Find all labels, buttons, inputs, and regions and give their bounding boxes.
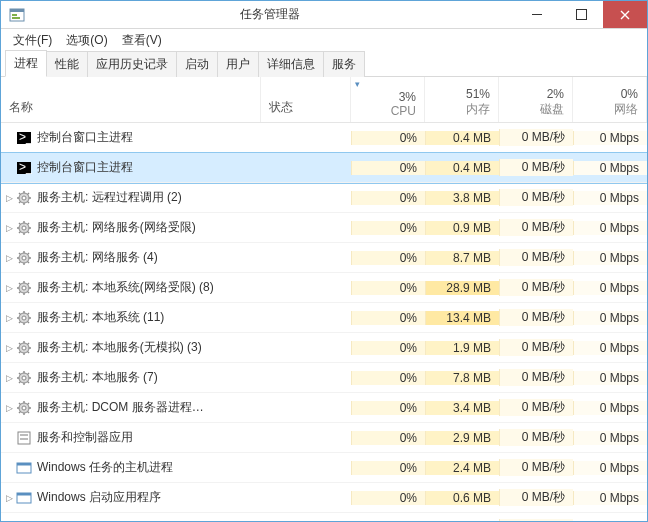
svg-line-14 bbox=[19, 193, 21, 195]
cpu-value: 0% bbox=[351, 311, 425, 325]
maximize-button[interactable] bbox=[559, 1, 603, 28]
process-row[interactable]: Windows 任务的主机进程0%2.4 MB0 MB/秒0 Mbps bbox=[1, 453, 647, 483]
svg-rect-2 bbox=[12, 14, 17, 16]
svg-line-66 bbox=[19, 351, 21, 353]
expand-toggle-icon[interactable]: ▷ bbox=[1, 313, 15, 323]
network-value: 0 Mbps bbox=[573, 341, 647, 355]
process-row[interactable]: ▷服务主机: 本地系统(网络受限) (8)0%28.9 MB0 MB/秒0 Mb… bbox=[1, 273, 647, 303]
svg-line-26 bbox=[19, 231, 21, 233]
process-row[interactable]: ▷服务主机: 本地服务(无模拟) (3)0%1.9 MB0 MB/秒0 Mbps bbox=[1, 333, 647, 363]
svg-line-56 bbox=[19, 321, 21, 323]
memory-value: 3.8 MB bbox=[425, 191, 499, 205]
disk-value: 0 MB/秒 bbox=[499, 339, 573, 356]
svg-rect-90 bbox=[20, 438, 28, 440]
svg-point-79 bbox=[22, 406, 26, 410]
gear-icon bbox=[15, 220, 33, 236]
memory-value: 0.2 MB bbox=[425, 521, 499, 522]
svg-line-67 bbox=[28, 343, 30, 345]
svg-line-16 bbox=[19, 201, 21, 203]
svg-point-49 bbox=[22, 316, 26, 320]
svg-line-47 bbox=[28, 283, 30, 285]
disk-value: 0 MB/秒 bbox=[499, 429, 573, 446]
tab-3[interactable]: 启动 bbox=[176, 51, 218, 77]
memory-value: 0.6 MB bbox=[425, 491, 499, 505]
cpu-value: 0% bbox=[351, 371, 425, 385]
disk-value: 0 MB/秒 bbox=[499, 489, 573, 506]
column-network[interactable]: 0% 网络 bbox=[573, 77, 647, 122]
memory-value: 2.4 MB bbox=[425, 461, 499, 475]
gear-icon bbox=[15, 280, 33, 296]
disk-value: 0 MB/秒 bbox=[499, 519, 573, 521]
network-value: 0 Mbps bbox=[573, 131, 647, 145]
tab-0[interactable]: 进程 bbox=[5, 50, 47, 77]
tab-5[interactable]: 详细信息 bbox=[258, 51, 324, 77]
tab-2[interactable]: 应用历史记录 bbox=[87, 51, 177, 77]
column-disk[interactable]: 2% 磁盘 bbox=[499, 77, 573, 122]
expand-toggle-icon[interactable]: ▷ bbox=[1, 373, 15, 383]
menu-view[interactable]: 查看(V) bbox=[116, 30, 168, 51]
disk-value: 0 MB/秒 bbox=[499, 369, 573, 386]
expand-toggle-icon[interactable]: ▷ bbox=[1, 403, 15, 413]
sort-indicator-icon: ▾ bbox=[355, 79, 360, 89]
cpu-value: 0% bbox=[351, 191, 425, 205]
process-row[interactable]: Windows 会话管理器0%0.2 MB0 MB/秒0 Mbps bbox=[1, 513, 647, 521]
svg-rect-3 bbox=[12, 17, 20, 19]
memory-value: 8.7 MB bbox=[425, 251, 499, 265]
win-icon bbox=[15, 490, 33, 506]
expand-toggle-icon[interactable]: ▷ bbox=[1, 253, 15, 263]
process-row[interactable]: ▷服务主机: 网络服务 (4)0%8.7 MB0 MB/秒0 Mbps bbox=[1, 243, 647, 273]
process-rows[interactable]: >_控制台窗口主进程0%0.4 MB0 MB/秒0 Mbps>_控制台窗口主进程… bbox=[1, 123, 647, 521]
gear-icon bbox=[15, 250, 33, 266]
menubar: 文件(F) 选项(O) 查看(V) bbox=[1, 29, 647, 51]
expand-toggle-icon[interactable]: ▷ bbox=[1, 193, 15, 203]
expand-toggle-icon[interactable]: ▷ bbox=[1, 223, 15, 233]
svg-line-54 bbox=[19, 313, 21, 315]
process-row[interactable]: ▷服务主机: 本地服务 (7)0%7.8 MB0 MB/秒0 Mbps bbox=[1, 363, 647, 393]
svg-line-46 bbox=[19, 291, 21, 293]
disk-value: 0 MB/秒 bbox=[499, 189, 573, 206]
close-button[interactable] bbox=[603, 1, 647, 28]
tab-1[interactable]: 性能 bbox=[46, 51, 88, 77]
minimize-button[interactable] bbox=[515, 1, 559, 28]
expand-toggle-icon[interactable]: ▷ bbox=[1, 283, 15, 293]
column-memory[interactable]: 51% 内存 bbox=[425, 77, 499, 122]
network-value: 0 Mbps bbox=[573, 461, 647, 475]
menu-options[interactable]: 选项(O) bbox=[60, 30, 113, 51]
tab-4[interactable]: 用户 bbox=[217, 51, 259, 77]
svg-line-34 bbox=[19, 253, 21, 255]
disk-value: 0 MB/秒 bbox=[499, 219, 573, 236]
process-row[interactable]: ▷服务主机: DCOM 服务器进程…0%3.4 MB0 MB/秒0 Mbps bbox=[1, 393, 647, 423]
svg-line-77 bbox=[28, 373, 30, 375]
process-row[interactable]: >_控制台窗口主进程0%0.4 MB0 MB/秒0 Mbps bbox=[1, 123, 647, 153]
cpu-value: 0% bbox=[351, 281, 425, 295]
menu-file[interactable]: 文件(F) bbox=[7, 30, 58, 51]
expand-toggle-icon[interactable]: ▷ bbox=[1, 343, 15, 353]
network-value: 0 Mbps bbox=[573, 521, 647, 522]
svg-line-25 bbox=[28, 231, 30, 233]
process-row[interactable]: >_控制台窗口主进程0%0.4 MB0 MB/秒0 Mbps bbox=[1, 153, 647, 183]
gear-icon bbox=[15, 190, 33, 206]
titlebar: 任务管理器 bbox=[1, 1, 647, 29]
cpu-value: 0% bbox=[351, 131, 425, 145]
process-name: 服务主机: 本地系统 (11) bbox=[37, 309, 261, 326]
process-row[interactable]: ▷Windows 启动应用程序0%0.6 MB0 MB/秒0 Mbps bbox=[1, 483, 647, 513]
column-status[interactable]: 状态 bbox=[261, 77, 351, 122]
process-row[interactable]: ▷服务主机: 远程过程调用 (2)0%3.8 MB0 MB/秒0 Mbps bbox=[1, 183, 647, 213]
svg-line-65 bbox=[28, 351, 30, 353]
svg-line-36 bbox=[19, 261, 21, 263]
column-cpu[interactable]: ▾ 3% CPU bbox=[351, 77, 425, 122]
column-name[interactable]: 名称 bbox=[1, 77, 261, 122]
process-row[interactable]: ▷服务主机: 网络服务(网络受限)0%0.9 MB0 MB/秒0 Mbps bbox=[1, 213, 647, 243]
process-row[interactable]: ▷服务主机: 本地系统 (11)0%13.4 MB0 MB/秒0 Mbps bbox=[1, 303, 647, 333]
process-row[interactable]: 服务和控制器应用0%2.9 MB0 MB/秒0 Mbps bbox=[1, 423, 647, 453]
svg-line-27 bbox=[28, 223, 30, 225]
memory-value: 0.4 MB bbox=[425, 131, 499, 145]
tab-6[interactable]: 服务 bbox=[323, 51, 365, 77]
network-value: 0 Mbps bbox=[573, 491, 647, 505]
cpu-value: 0% bbox=[351, 251, 425, 265]
disk-value: 0 MB/秒 bbox=[499, 399, 573, 416]
disk-value: 0 MB/秒 bbox=[499, 249, 573, 266]
cpu-value: 0% bbox=[351, 221, 425, 235]
expand-toggle-icon[interactable]: ▷ bbox=[1, 493, 15, 503]
disk-value: 0 MB/秒 bbox=[499, 459, 573, 476]
